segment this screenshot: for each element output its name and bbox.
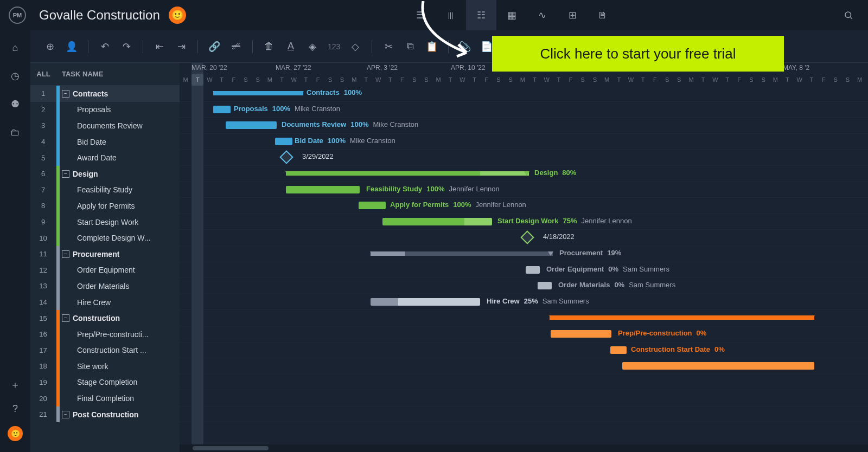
gantt-row[interactable]: Prep/Pre-construction0% — [180, 326, 868, 343]
link-icon[interactable]: 🔗 — [206, 38, 223, 55]
gantt-row[interactable]: Order Equipment0%Sam Summers — [180, 262, 868, 279]
task-row[interactable]: 19 Stage Completion — [30, 374, 180, 391]
add-task-icon[interactable]: ⊕ — [41, 38, 59, 55]
gantt-row[interactable] — [180, 374, 868, 391]
gantt-row[interactable] — [180, 310, 868, 326]
task-row[interactable]: 7 Feasibility Study — [30, 182, 180, 198]
task-bar[interactable] — [371, 298, 480, 306]
task-row[interactable]: 8 Apply for Permits — [30, 198, 180, 214]
summary-bar[interactable] — [286, 171, 529, 176]
gantt-row[interactable] — [180, 390, 868, 406]
gantt-row[interactable]: Bid Date100%Mike Cranston — [180, 134, 868, 150]
attach-icon[interactable]: 📎 — [456, 38, 474, 55]
collapse-icon[interactable]: − — [62, 314, 69, 322]
gantt-row[interactable]: 3/29/2022 — [180, 150, 868, 166]
summary-bar[interactable] — [550, 315, 814, 320]
gantt-row[interactable]: Apply for Permits100%Jennifer Lennon — [180, 198, 868, 214]
delete-icon[interactable]: 🗑 — [260, 38, 278, 55]
text-format-icon[interactable]: A — [282, 38, 299, 55]
horizontal-scrollbar[interactable] — [180, 444, 868, 452]
team-icon[interactable]: ⚉ — [9, 98, 22, 111]
task-bar[interactable] — [286, 186, 360, 193]
task-row[interactable]: 11 − Procurement — [30, 246, 180, 262]
task-row[interactable]: 9 Start Design Work — [30, 214, 180, 230]
copy-icon[interactable]: ⧉ — [401, 38, 419, 55]
task-bar[interactable] — [382, 218, 492, 225]
gantt-row[interactable]: Procurement19% — [180, 246, 868, 262]
milestone-tool-icon[interactable]: ◇ — [347, 38, 364, 55]
task-row[interactable]: 17 Construction Start ... — [30, 343, 180, 359]
view-board-icon[interactable]: ⫼ — [436, 0, 466, 30]
gantt-row[interactable]: Feasibility Study100%Jennifer Lennon — [180, 182, 868, 198]
task-row[interactable]: 18 Site work — [30, 358, 180, 374]
gantt-row[interactable]: Start Design Work75%Jennifer Lennon — [180, 214, 868, 230]
add-icon[interactable]: ＋ — [9, 378, 22, 391]
gantt-row[interactable]: 4/18/2022 — [180, 230, 868, 246]
task-row[interactable]: 21 − Post Construction — [30, 406, 180, 423]
user-avatar[interactable] — [8, 426, 23, 441]
free-trial-button[interactable]: Click here to start your free trial — [492, 36, 784, 72]
logo[interactable]: PM — [9, 7, 26, 24]
view-list-icon[interactable]: ☰ — [405, 0, 436, 30]
gantt-row[interactable]: Contracts100% — [180, 86, 868, 102]
gantt-row[interactable]: Construction Start Date0% — [180, 343, 868, 359]
task-bar[interactable] — [551, 330, 611, 338]
milestone-icon[interactable] — [279, 151, 293, 164]
task-row[interactable]: 1 − Contracts — [30, 86, 180, 102]
task-bar[interactable] — [213, 106, 231, 113]
summary-bar[interactable] — [213, 91, 303, 95]
view-file-icon[interactable]: 🗎 — [588, 0, 618, 30]
task-row[interactable]: 15 − Construction — [30, 310, 180, 326]
outdent-icon[interactable]: ⇤ — [151, 38, 168, 55]
task-bar[interactable] — [538, 282, 552, 289]
assign-icon[interactable]: 👤 — [63, 38, 80, 55]
gantt-row[interactable] — [180, 358, 868, 374]
collapse-icon[interactable]: − — [62, 90, 69, 98]
task-bar[interactable] — [526, 266, 540, 274]
task-row[interactable]: 4 Bid Date — [30, 134, 180, 150]
gantt-chart[interactable]: MAR, 20 '22MAR, 27 '22APR, 3 '22APR, 10 … — [180, 63, 868, 452]
recent-icon[interactable]: ◷ — [9, 69, 22, 82]
task-bar[interactable] — [275, 138, 292, 145]
task-row[interactable]: 13 Order Materials — [30, 278, 180, 294]
task-bar[interactable] — [359, 202, 386, 209]
portfolio-icon[interactable]: 🗀 — [9, 126, 22, 139]
task-row[interactable]: 2 Proposals — [30, 102, 180, 118]
task-row[interactable]: 12 Order Equipment — [30, 262, 180, 279]
all-header[interactable]: ALL — [30, 70, 56, 78]
avatar[interactable] — [169, 7, 186, 24]
unlink-icon[interactable]: ⧣ — [227, 38, 245, 55]
home-icon[interactable]: ⌂ — [9, 41, 22, 54]
collapse-icon[interactable]: − — [62, 411, 69, 418]
redo-icon[interactable]: ↷ — [118, 38, 135, 55]
search-icon[interactable] — [838, 4, 859, 26]
cut-icon[interactable]: ✂ — [380, 38, 397, 55]
paste-icon[interactable]: 📋 — [423, 38, 441, 55]
task-bar[interactable] — [622, 362, 814, 370]
task-row[interactable]: 3 Documents Review — [30, 118, 180, 134]
indent-icon[interactable]: ⇥ — [173, 38, 190, 55]
task-row[interactable]: 20 Final Completion — [30, 390, 180, 406]
task-bar[interactable] — [226, 121, 277, 129]
gantt-row[interactable]: Proposals100%Mike Cranston — [180, 102, 868, 118]
collapse-icon[interactable]: − — [62, 250, 69, 258]
summary-bar[interactable] — [371, 251, 553, 256]
task-row[interactable]: 5 Award Date — [30, 150, 180, 166]
view-calendar-icon[interactable]: ⊞ — [557, 0, 588, 30]
scrollbar-thumb[interactable] — [193, 446, 269, 450]
gantt-row[interactable]: Order Materials0%Sam Summers — [180, 278, 868, 294]
task-row[interactable]: 16 Prep/Pre-constructi... — [30, 326, 180, 343]
collapse-icon[interactable]: − — [62, 170, 69, 178]
task-bar[interactable] — [610, 346, 627, 354]
undo-icon[interactable]: ↶ — [96, 38, 113, 55]
view-gantt-icon[interactable]: ☷ — [466, 0, 496, 30]
task-row[interactable]: 10 Complete Design W... — [30, 230, 180, 246]
task-row[interactable]: 14 Hire Crew — [30, 294, 180, 311]
gantt-row[interactable]: Documents Review100%Mike Cranston — [180, 118, 868, 134]
gantt-row[interactable]: Hire Crew25%Sam Summers — [180, 294, 868, 311]
fill-icon[interactable]: ◈ — [304, 38, 321, 55]
milestone-icon[interactable] — [520, 231, 534, 244]
gantt-row[interactable] — [180, 406, 868, 423]
view-sheet-icon[interactable]: ▦ — [496, 0, 527, 30]
number-format-label[interactable]: 123 — [326, 42, 342, 51]
